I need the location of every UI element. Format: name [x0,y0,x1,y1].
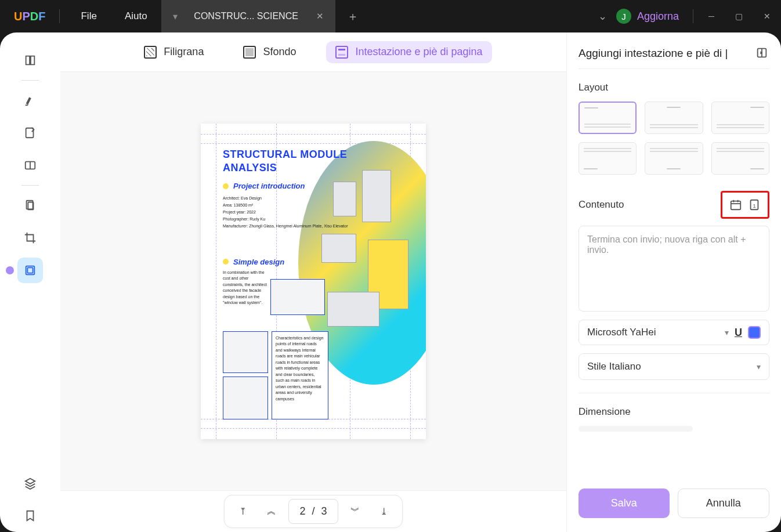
chevron-down-icon: ▾ [757,362,761,371]
page-prev-icon[interactable]: ︽ [259,500,284,524]
bullet-icon [223,259,229,265]
total-pages: 3 [321,505,327,517]
dimension-label: Dimensione [578,406,769,418]
content-icons-highlight: 1 [721,191,769,219]
page-sep: / [312,505,314,517]
current-page: 2 [299,505,305,517]
doc-image [270,279,325,315]
style-value: Stile Italiano [587,361,641,372]
doc-textbox: Characteristics and design points of int… [272,331,328,419]
doc-image [223,331,268,373]
sidebar-crop-icon[interactable] [17,225,43,251]
sidebar-layers-icon[interactable] [17,471,43,496]
layout-option-3[interactable] [711,102,769,134]
layout-option-2[interactable] [645,102,703,134]
tab-close-icon[interactable]: ✕ [316,11,324,21]
layout-option-6[interactable] [711,142,769,175]
panel-collapse-icon[interactable] [755,46,769,60]
style-select[interactable]: Stile Italiano ▾ [578,353,769,380]
menu-help[interactable]: Aiuto [111,10,161,22]
svg-rect-0 [26,128,34,138]
window-close-icon[interactable]: ✕ [753,12,781,21]
page-preview: STRUCTURAL MODULE ANALYSIS Project intro… [60,72,566,490]
doc-meta: Architect: Eva Design Area: 138500 m² Pr… [223,195,404,229]
tab-add-button[interactable]: ＋ [335,9,370,24]
document-page[interactable]: STRUCTURAL MODULE ANALYSIS Project intro… [201,124,426,439]
page-tools-toolbar: Filigrana Sfondo Intestazione e piè di p… [60,32,566,72]
underline-button[interactable]: U [735,327,742,339]
layout-option-5[interactable] [645,142,703,175]
page-first-icon[interactable]: ⤒ [230,500,255,524]
tab-menu-icon[interactable]: ▾ [173,11,178,22]
content-label: Contenuto [578,199,624,211]
upgrade-link[interactable]: Aggiorna [637,10,688,23]
content-area: Filigrana Sfondo Intestazione e piè di p… [60,32,566,532]
font-name: Microsoft YaHei [587,327,719,338]
tool-header-footer[interactable]: Intestazione e piè di pagina [326,41,491,63]
content-textarea[interactable]: Termina con invio; nuova riga con alt + … [578,226,769,312]
insert-date-icon[interactable] [728,197,743,212]
layout-grid [578,102,769,175]
watermark-icon [144,46,157,59]
sidebar-highlight-icon[interactable] [17,88,43,113]
app-logo: UPDF [0,10,59,23]
tool-background[interactable]: Sfondo [234,41,305,63]
dimension-slider[interactable] [578,426,693,432]
save-button[interactable]: Salva [578,488,670,518]
separator [21,185,39,186]
tabs-chevron-icon[interactable]: ⌄ [589,10,616,23]
sidebar-edit-icon[interactable] [17,120,43,146]
window-minimize-icon[interactable]: ─ [698,12,725,21]
sidebar-reader-icon[interactable] [17,48,43,73]
svg-rect-6 [27,267,32,273]
font-color-swatch[interactable] [748,326,761,339]
sidebar-pages-icon[interactable] [17,153,43,178]
tab-title: CONSTRUC... SCIENCE [186,11,307,21]
separator [59,9,60,23]
separator [578,393,769,393]
left-sidebar [0,32,60,532]
doc-title: STRUCTURAL MODULE ANALYSIS [223,148,404,175]
sidebar-bookmark-icon[interactable] [17,503,43,529]
insert-page-number-icon[interactable]: 1 [747,197,762,212]
tool-watermark-label: Filigrana [164,46,204,58]
bullet-icon [223,183,229,189]
layout-option-4[interactable] [578,142,637,175]
layout-option-1[interactable] [578,102,637,134]
pagination-bar: ⤒ ︽ 2 / 3 ︾ ⤓ [60,490,566,532]
cancel-button[interactable]: Annulla [678,488,770,518]
menu-file[interactable]: File [67,10,110,22]
right-panel: Aggiungi intestazione e piè di | Layout [566,32,781,532]
header-footer-icon [335,46,348,59]
page-indicator[interactable]: 2 / 3 [288,499,338,524]
titlebar: UPDF File Aiuto ▾ CONSTRUC... SCIENCE ✕ … [0,0,781,32]
sidebar-watermark-icon[interactable] [17,258,43,283]
page-next-icon[interactable]: ︾ [343,500,367,524]
sidebar-ocr-icon[interactable] [17,193,43,218]
tool-background-label: Sfondo [263,46,296,58]
doc-image [223,377,268,419]
separator [578,68,769,69]
layout-label: Layout [578,82,769,93]
tool-watermark[interactable]: Filigrana [135,41,213,63]
page-last-icon[interactable]: ⤓ [372,500,396,524]
font-select[interactable]: Microsoft YaHei ▾ U [578,320,769,345]
svg-rect-8 [731,201,741,210]
panel-footer: Salva Annulla [578,478,769,518]
separator [693,9,693,23]
doc-paragraph: In combination with the cost and other c… [223,270,269,306]
active-indicator [6,266,14,274]
background-icon [243,46,256,59]
window-maximize-icon[interactable]: ▢ [725,12,753,21]
user-avatar[interactable]: J [616,9,631,24]
svg-text:1: 1 [753,203,755,209]
tool-header-footer-label: Intestazione e piè di pagina [355,46,482,58]
separator [21,80,39,81]
panel-title: Aggiungi intestazione e piè di | [578,47,728,60]
document-tab[interactable]: ▾ CONSTRUC... SCIENCE ✕ [161,0,335,32]
doc-section-2: Simple design [233,258,284,266]
doc-section-1: Project introduction [233,182,305,190]
chevron-down-icon: ▾ [725,328,729,337]
